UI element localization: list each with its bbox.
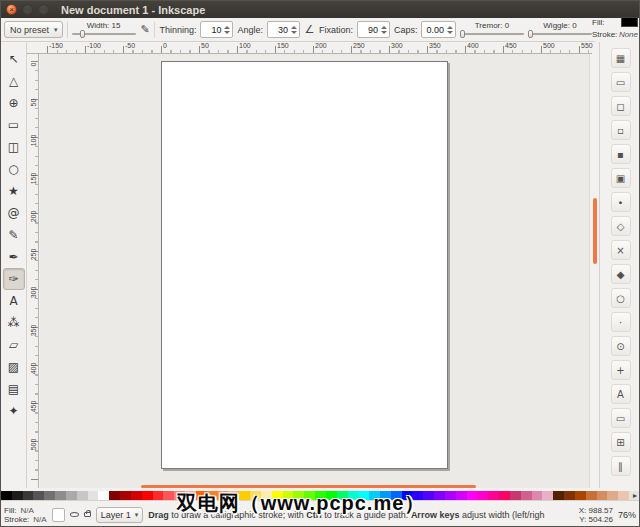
maximize-button[interactable] <box>38 4 49 15</box>
palette-swatch[interactable] <box>607 491 618 500</box>
tool-spray-icon[interactable]: ⁂ <box>3 312 25 334</box>
snap-bbox-edge-midpoints-icon[interactable]: ▪ <box>611 144 631 164</box>
palette-swatch[interactable] <box>532 491 543 500</box>
spinner-arrows-icon[interactable] <box>224 26 230 34</box>
snap-text-baseline-icon[interactable]: A <box>611 384 631 404</box>
tremor-slider-handle[interactable] <box>460 30 465 38</box>
snap-bounding-box-icon[interactable]: ▭ <box>611 72 631 92</box>
horizontal-scrollbar-thumb[interactable] <box>141 485 476 488</box>
palette-swatch[interactable] <box>477 491 488 500</box>
palette-swatch[interactable] <box>456 491 467 500</box>
fill-color-swatch[interactable] <box>621 17 638 27</box>
tool-star-icon[interactable]: ★ <box>3 180 25 202</box>
tremor-slider[interactable]: Tremor: 0 <box>460 21 524 38</box>
canvas[interactable] <box>40 54 589 488</box>
wiggle-slider-handle[interactable] <box>528 30 533 38</box>
palette-swatch[interactable] <box>109 491 120 500</box>
width-slider-handle[interactable] <box>80 30 85 38</box>
palette-swatch[interactable] <box>553 491 564 500</box>
palette-swatch[interactable] <box>55 491 66 500</box>
snap-paths-icon[interactable]: ◇ <box>611 216 631 236</box>
palette-swatch[interactable] <box>564 491 575 500</box>
tool-spiral-icon[interactable]: @ <box>3 202 25 224</box>
palette-swatch[interactable] <box>120 491 131 500</box>
snap-smooth-nodes-icon[interactable]: ○ <box>611 288 631 308</box>
spinner-arrows-icon[interactable] <box>291 26 297 34</box>
spinner-arrows-icon[interactable] <box>447 26 453 34</box>
palette-swatch[interactable] <box>542 491 553 500</box>
palette-swatch[interactable] <box>467 491 478 500</box>
palette-swatch[interactable] <box>510 491 521 500</box>
palette-swatch[interactable] <box>44 491 55 500</box>
snap-guides-icon[interactable]: ∥ <box>611 456 631 476</box>
close-button[interactable]: × <box>6 4 17 15</box>
tool-paint-bucket-icon[interactable]: ▨ <box>3 356 25 378</box>
snap-bbox-centers-icon[interactable]: ▣ <box>611 168 631 188</box>
palette-swatch[interactable] <box>1 491 12 500</box>
width-slider[interactable]: Width: 15 <box>72 21 136 38</box>
palette-swatch[interactable] <box>131 491 142 500</box>
statusbar-fill-stroke[interactable]: Fill:N/A Stroke:N/A <box>4 506 47 524</box>
vertical-ruler[interactable]: 050100150200250300350400450500 <box>27 54 39 488</box>
palette-scroll-right-icon[interactable]: ▸ <box>629 491 640 500</box>
palette-swatch[interactable] <box>575 491 586 500</box>
pressure-toggle-button[interactable]: ✎ <box>140 21 151 39</box>
snap-line-midpoints-icon[interactable]: · <box>611 312 631 332</box>
snap-grids-icon[interactable]: ⊞ <box>611 432 631 452</box>
palette-swatch[interactable] <box>445 491 456 500</box>
opacity-field[interactable] <box>52 508 65 522</box>
tool-text-icon[interactable]: A <box>3 290 25 312</box>
palette-swatch[interactable] <box>163 491 174 500</box>
palette-swatch[interactable] <box>98 491 109 500</box>
palette-swatch[interactable] <box>618 491 629 500</box>
palette-swatch[interactable] <box>521 491 532 500</box>
width-slider-track[interactable] <box>72 30 136 38</box>
palette-swatch[interactable] <box>488 491 499 500</box>
palette-swatch[interactable] <box>77 491 88 500</box>
palette-swatch[interactable] <box>586 491 597 500</box>
tool-ellipse-icon[interactable]: ○ <box>3 158 25 180</box>
palette-swatch[interactable] <box>33 491 44 500</box>
snap-cusp-nodes-icon[interactable]: ◆ <box>611 264 631 284</box>
vertical-scrollbar-thumb[interactable] <box>593 198 597 264</box>
palette-swatch[interactable] <box>142 491 153 500</box>
snap-bbox-edges-icon[interactable]: ◻ <box>611 96 631 116</box>
tool-3d-box-icon[interactable]: ◫ <box>3 136 25 158</box>
tool-bezier-pen-icon[interactable]: ✒ <box>3 246 25 268</box>
tremor-slider-track[interactable] <box>460 30 524 38</box>
tool-calligraphy-icon[interactable]: ✑ <box>3 268 25 290</box>
tool-zoom-icon[interactable]: ⊕ <box>3 92 25 114</box>
layer-selector[interactable]: Layer 1 ▾ <box>96 507 144 523</box>
snap-bbox-corners-icon[interactable]: ▫ <box>611 120 631 140</box>
snap-path-intersections-icon[interactable]: × <box>611 240 631 260</box>
palette-swatch[interactable] <box>499 491 510 500</box>
zoom-field[interactable]: 76% <box>618 510 638 520</box>
document-page[interactable] <box>161 61 448 469</box>
layer-lock-icon[interactable] <box>84 512 91 517</box>
preset-dropdown[interactable]: No preset ▾ <box>4 21 63 38</box>
fixation-spinbox[interactable]: 90 <box>357 21 390 38</box>
palette-swatch[interactable] <box>88 491 99 500</box>
tool-pencil-icon[interactable]: ✎ <box>3 224 25 246</box>
tool-gradient-icon[interactable]: ▤ <box>3 378 25 400</box>
palette-swatch[interactable] <box>12 491 23 500</box>
tool-dropper-icon[interactable]: ✦ <box>3 400 25 422</box>
spinner-arrows-icon[interactable] <box>381 26 387 34</box>
caps-spinbox[interactable]: 0.00 <box>421 21 456 38</box>
snap-toggle-icon[interactable]: ▦ <box>611 48 631 68</box>
snap-rotation-centers-icon[interactable]: + <box>611 360 631 380</box>
vertical-scrollbar-track[interactable] <box>589 54 599 488</box>
wiggle-slider-track[interactable] <box>528 30 592 38</box>
horizontal-ruler[interactable]: -150-100-5005010015020025030035040045050… <box>27 42 592 54</box>
angle-spinbox[interactable]: 30 <box>267 21 300 38</box>
snap-page-border-icon[interactable]: ▭ <box>611 408 631 428</box>
stroke-value[interactable]: None <box>619 30 638 39</box>
snap-object-centers-icon[interactable]: ⊙ <box>611 336 631 356</box>
tool-node-editor-icon[interactable]: △ <box>3 70 25 92</box>
tool-rectangle-icon[interactable]: ▭ <box>3 114 25 136</box>
tilt-toggle-button[interactable]: ∠ <box>304 21 315 39</box>
minimize-button[interactable] <box>22 4 33 15</box>
tool-eraser-icon[interactable]: ▱ <box>3 334 25 356</box>
snap-nodes-icon[interactable]: ∙ <box>611 192 631 212</box>
palette-swatch[interactable] <box>434 491 445 500</box>
